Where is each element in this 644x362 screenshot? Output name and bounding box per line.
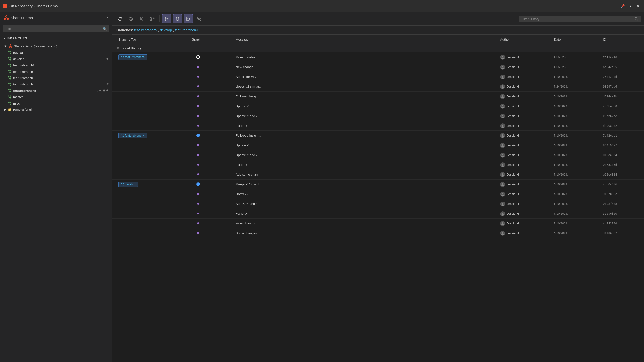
svg-point-146 (502, 154, 504, 155)
sidebar-item-featurebranch5[interactable]: featurebranch5 ↑↓ 0 / 0 👁 (0, 87, 112, 94)
tags-button[interactable] (184, 14, 193, 23)
header-id: ID (601, 37, 640, 42)
branches-filter-link-fb5[interactable]: featurebranch5 (134, 28, 157, 32)
table-row[interactable]: Fix for Y Jessie H 5/10/2023... da90a2d2 (112, 121, 644, 131)
cell-date-15: 5/10/2023... (552, 201, 601, 207)
svg-point-94 (635, 17, 637, 19)
svg-point-7 (6, 16, 7, 17)
sidebar-item-master[interactable]: master (0, 94, 112, 100)
sidebar-item-featurebranch1[interactable]: featurebranch1 (0, 62, 112, 68)
table-row[interactable]: develop Merge PR into d... Jessie H 5/10… (112, 180, 644, 189)
branches-filter-link-develop[interactable]: develop (160, 28, 172, 32)
featurebranch4-eye-icon[interactable]: 👁 (106, 82, 109, 86)
svg-point-167 (502, 232, 504, 234)
cell-graph-9 (190, 144, 234, 147)
table-row[interactable]: Fix for X Jessie H 5/10/2023... 533aef30 (112, 209, 644, 219)
svg-point-163 (502, 213, 504, 214)
cell-id-8: 7cf2edb1 (601, 132, 640, 139)
table-row[interactable]: New change Jessie H 6/5/2023... be84ca05 (112, 62, 644, 72)
main-layout: ShareXDemo ‹ 🔍 ▼ Branches ▼ (0, 12, 644, 362)
svg-point-138 (123, 136, 124, 137)
refresh-button[interactable] (116, 14, 125, 23)
table-row[interactable]: Update Z Jessie H 5/10/2023... 864f9677 (112, 140, 644, 150)
cell-date-14: 5/10/2023... (552, 191, 601, 197)
pull-button[interactable] (137, 14, 146, 23)
sidebar-item-featurebranch4[interactable]: featurebranch4 👁 (0, 81, 112, 87)
repo-root-item[interactable]: ▼ ShareXDemo (featurebranch5) (0, 43, 112, 49)
branch-label-master: master (13, 95, 109, 99)
branches-section-header[interactable]: ▼ Branches (0, 34, 112, 42)
sidebar-item-featurebranch2[interactable]: featurebranch2 (0, 68, 112, 75)
sidebar-item-remotes[interactable]: ▶ 📁 remotes/origin (0, 106, 112, 113)
cell-graph-3 (190, 85, 234, 88)
table-row[interactable]: Followed insight... Jessie H 5/10/2023..… (112, 92, 644, 101)
sidebar-collapse-button[interactable]: ‹ (107, 15, 108, 20)
toolbar (112, 12, 644, 26)
svg-point-145 (502, 146, 504, 147)
cell-date-4: 5/10/2023... (552, 93, 601, 100)
table-row[interactable]: featurebranch5 More updates (112, 52, 644, 62)
cell-author-5: Jessie H (498, 102, 552, 110)
branch-label-misc: misc (13, 102, 109, 105)
cell-message-13: Merge PR into d... (234, 181, 498, 188)
develop-eye-icon[interactable]: 👁 (106, 57, 109, 60)
cell-graph-6 (190, 115, 234, 117)
commit-graph-button[interactable] (162, 14, 172, 23)
svg-line-17 (10, 46, 10, 47)
local-history-chevron: ▼ (116, 46, 120, 50)
remotes-toggle-button[interactable] (173, 14, 182, 23)
svg-point-123 (502, 66, 504, 67)
filter-history-input[interactable] (522, 17, 632, 21)
table-row[interactable]: Hotfix YZ Jessie H 5/10/2023... 919c895c (112, 189, 644, 199)
pin-button[interactable]: 📌 (620, 3, 626, 9)
table-row[interactable]: featurebranch4 Followed insight... Jessi… (112, 131, 644, 140)
cell-id-12: e60edf14 (601, 171, 640, 178)
repo-branch-icon (8, 44, 12, 48)
sidebar-item-develop[interactable]: develop 👁 (0, 56, 112, 62)
table-row[interactable]: Update Y and Z Jessie H 5/10/2023... 016… (112, 150, 644, 160)
branch-tag-fb5[interactable]: featurebranch5 (118, 54, 148, 60)
author-avatar-4 (500, 94, 505, 99)
hide-button[interactable] (194, 14, 204, 23)
svg-point-133 (502, 115, 504, 116)
table-row[interactable]: Update Y and Z Jessie H 5/10/2023... c6d… (112, 111, 644, 121)
featurebranch5-eye-icon[interactable]: 👁 (106, 89, 109, 92)
cell-graph-2 (190, 75, 234, 78)
table-row[interactable]: Update Z Jessie H 5/10/2023... cd0b48d0 (112, 101, 644, 111)
cell-graph-15 (190, 203, 234, 205)
fetch-button[interactable] (126, 14, 136, 23)
svg-point-165 (502, 222, 504, 224)
branch-button[interactable] (148, 14, 157, 23)
close-button[interactable]: ✕ (635, 3, 641, 9)
svg-point-118 (123, 56, 124, 57)
cell-branch-tag-15 (116, 203, 190, 205)
branch-tag-develop[interactable]: develop (118, 182, 138, 187)
branches-filter-link-fb4[interactable]: featurebranch4 (175, 28, 198, 32)
table-row[interactable]: closes #2 similar... Jessie H 5/24/2023.… (112, 82, 644, 92)
table-row[interactable]: Add fix for #10 Jessie H 5/10/2023... 76… (112, 72, 644, 82)
sidebar-item-bugfix1[interactable]: bugfix1 (0, 49, 112, 56)
svg-point-136 (502, 126, 504, 128)
sidebar-filter-input[interactable] (3, 25, 109, 32)
table-row[interactable]: Add X, Y, and Z Jessie H 5/10/2023... 01… (112, 199, 644, 209)
cell-branch-tag-5 (116, 105, 190, 108)
sidebar-item-featurebranch3[interactable]: featurebranch3 (0, 75, 112, 81)
svg-point-39 (10, 70, 11, 71)
svg-point-162 (502, 204, 504, 206)
branch-tag-fb4[interactable]: featurebranch4 (118, 133, 148, 138)
sidebar-item-misc[interactable]: misc (0, 100, 112, 106)
svg-point-168 (502, 234, 504, 235)
cell-author-6: Jessie H (498, 112, 552, 120)
cell-message-9: Update Z (234, 142, 498, 148)
cell-message-8: Followed insight... (234, 132, 498, 139)
table-row[interactable]: More changes Jessie H 5/10/2023... ce743… (112, 219, 644, 228)
sidebar: ShareXDemo ‹ 🔍 ▼ Branches ▼ (0, 12, 112, 362)
cell-message-12: Add some chan... (234, 171, 498, 178)
table-row[interactable]: Some changes Jessie H 5/10/2023... d1f86… (112, 228, 644, 238)
table-row[interactable]: Fix for Y Jessie H 5/10/2023... 0b633c3d (112, 160, 644, 170)
dropdown-button[interactable]: ▾ (627, 3, 633, 9)
cell-id-13: ccb0c686 (601, 181, 640, 188)
table-row[interactable]: Add some chan... Jessie H 5/10/2023... e… (112, 170, 644, 180)
branch-icon (150, 16, 155, 21)
cell-message-3: closes #2 similar... (234, 83, 498, 90)
